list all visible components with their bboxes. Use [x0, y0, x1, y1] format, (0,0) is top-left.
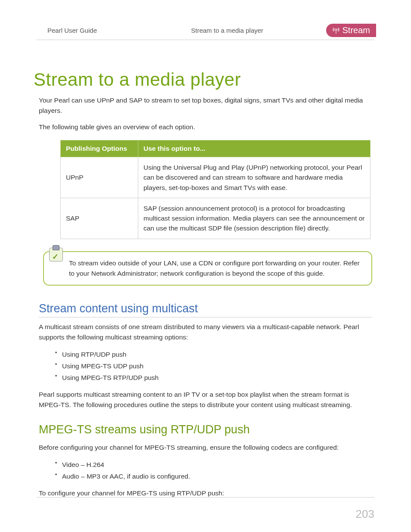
- section-heading-mpegts: MPEG-TS streams using RTP/UDP push: [39, 423, 372, 438]
- header-left-text: Pearl User Guide: [47, 27, 97, 34]
- table-cell-desc: Using the Universal Plug and Play (UPnP)…: [138, 157, 371, 198]
- table-header-col2: Use this option to...: [138, 140, 371, 157]
- clipboard-check-icon: ✓: [48, 244, 63, 261]
- svg-point-0: [335, 29, 336, 30]
- callout-text: To stream video outside of your LAN, use…: [69, 259, 360, 277]
- multicast-options-list: Using RTP/UDP push Using MPEG-TS UDP pus…: [55, 348, 372, 383]
- codec-list: Video – H.264 Audio – MP3 or AAC, if aud…: [55, 459, 372, 482]
- list-item: Audio – MP3 or AAC, if audio is configur…: [55, 470, 372, 482]
- intro-paragraph-2: The following table gives an overview of…: [39, 122, 372, 132]
- list-item: Using MPEG-TS UDP push: [55, 360, 372, 372]
- page: Pearl User Guide Stream to a media playe…: [0, 0, 411, 532]
- info-callout: ✓ To stream video outside of your LAN, u…: [43, 251, 372, 286]
- publishing-options-table: Publishing Options Use this option to...…: [60, 140, 371, 239]
- intro-paragraph-1: Your Pearl can use UPnP and SAP to strea…: [39, 95, 372, 116]
- footer-divider: [37, 497, 374, 498]
- main-content: Stream to a media player Your Pearl can …: [37, 69, 374, 498]
- stream-antenna-icon: [332, 27, 340, 34]
- page-header: Pearl User Guide Stream to a media playe…: [37, 24, 374, 40]
- badge-label: Stream: [342, 25, 370, 35]
- list-item: Using RTP/UDP push: [55, 348, 372, 360]
- section-heading-multicast: Stream content using multicast: [39, 302, 372, 317]
- table-header-col1: Publishing Options: [61, 140, 138, 157]
- section1-paragraph-1: A multicast stream consists of one strea…: [39, 322, 372, 342]
- page-footer: 203: [37, 497, 374, 519]
- section2-paragraph-1: Before configuring your channel for MPEG…: [39, 442, 372, 453]
- page-number: 203: [356, 507, 374, 521]
- page-title: Stream to a media player: [34, 69, 372, 90]
- section1-paragraph-2: Pearl supports multicast streaming conte…: [39, 389, 372, 410]
- section-badge: Stream: [326, 24, 376, 37]
- list-item: Using MPEG-TS RTP/UDP push: [55, 372, 372, 383]
- table-cell-option: SAP: [61, 198, 138, 239]
- list-item: Video – H.264: [55, 459, 372, 470]
- table-cell-option: UPnP: [61, 157, 138, 198]
- table-row: SAP SAP (session announcement protocol) …: [61, 198, 371, 239]
- header-center-text: Stream to a media player: [191, 27, 263, 34]
- table-row: UPnP Using the Universal Plug and Play (…: [61, 157, 371, 198]
- table-cell-desc: SAP (session announcement protocol) is a…: [138, 198, 371, 239]
